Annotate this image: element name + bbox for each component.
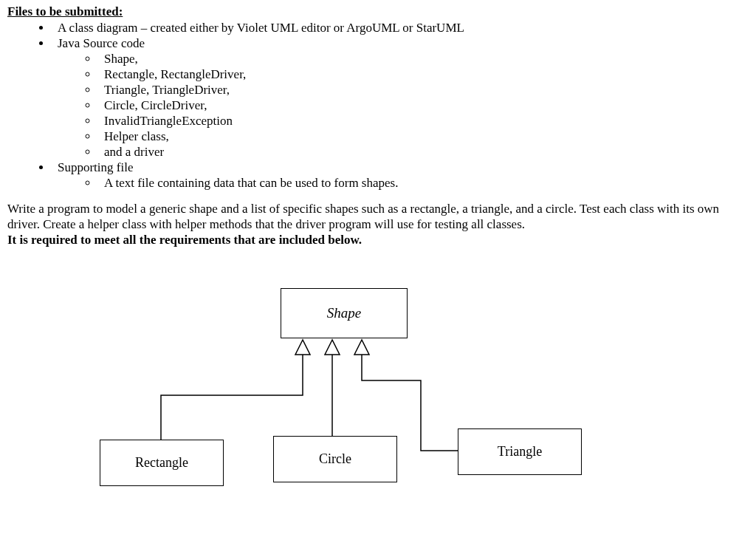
java-sublist: Shape, Rectangle, RectangleDriver, Trian…: [58, 52, 749, 160]
uml-class-shape: Shape: [281, 288, 408, 338]
uml-class-rectangle: Rectangle: [100, 440, 224, 486]
bullet-supporting-file: Supporting file A text file containing d…: [52, 160, 749, 191]
java-item-exception: InvalidTriangleException: [98, 114, 749, 129]
supporting-sublist: A text file containing data that can be …: [58, 176, 749, 191]
java-item-shape: Shape,: [98, 52, 749, 66]
bullet-java-source-label: Java Source code: [58, 36, 145, 50]
uml-class-circle: Circle: [273, 436, 397, 482]
assignment-paragraph: Write a program to model a generic shape…: [7, 201, 749, 233]
bullet-supporting-label: Supporting file: [58, 160, 133, 174]
uml-class-triangle: Triangle: [458, 428, 582, 475]
svg-marker-1: [325, 340, 340, 355]
files-heading: Files to be submitted:: [7, 4, 749, 19]
uml-diagram: Shape Rectangle Circle Triangle: [7, 270, 746, 506]
top-list: A class diagram – created either by Viol…: [7, 21, 749, 191]
bullet-java-source: Java Source code Shape, Rectangle, Recta…: [52, 36, 749, 160]
supporting-item-textfile: A text file containing data that can be …: [98, 176, 749, 191]
bullet-class-diagram: A class diagram – created either by Viol…: [52, 21, 749, 35]
java-item-driver: and a driver: [98, 145, 749, 160]
java-item-rectangle: Rectangle, RectangleDriver,: [98, 67, 749, 82]
requirement-bold-line: It is required to meet all the requireme…: [7, 233, 749, 247]
java-item-helper: Helper class,: [98, 129, 749, 144]
java-item-triangle: Triangle, TriangleDriver,: [98, 83, 749, 98]
java-item-circle: Circle, CircleDriver,: [98, 98, 749, 113]
svg-marker-2: [354, 340, 369, 355]
svg-marker-0: [295, 340, 310, 355]
